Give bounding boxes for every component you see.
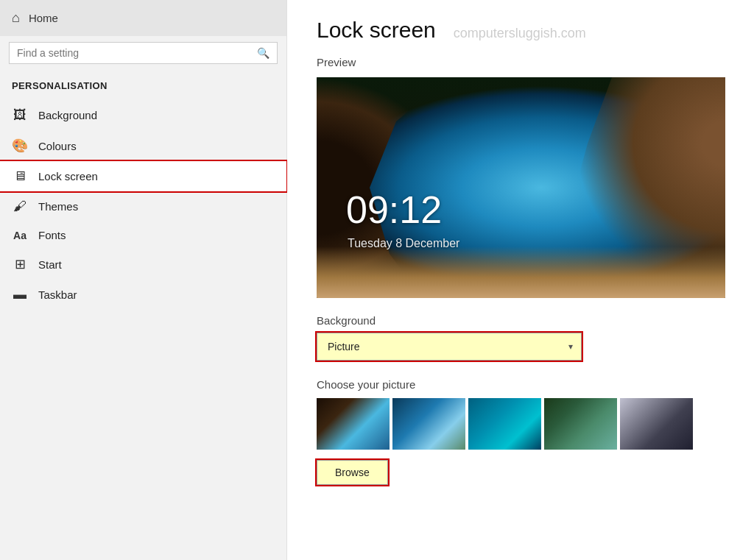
sidebar-item-label: Themes (38, 200, 78, 213)
pictures-row (317, 398, 725, 450)
sidebar-item-label: Start (38, 258, 62, 271)
sidebar-item-colours[interactable]: 🎨 Colours (0, 130, 286, 161)
sidebar-item-lock-screen[interactable]: 🖥 Lock screen (0, 161, 286, 191)
choose-picture-label: Choose your picture (317, 378, 725, 391)
fonts-icon: Aa (12, 230, 28, 241)
picture-thumbnail-3[interactable] (468, 398, 541, 450)
background-dropdown[interactable]: Picture Slideshow Windows spotlight (317, 333, 582, 361)
lock-date: Tuesday 8 December (348, 237, 459, 250)
title-row: Lock screen computersluggish.com (317, 18, 725, 43)
sidebar-item-label: Lock screen (38, 170, 98, 182)
lock-screen-icon: 🖥 (12, 169, 28, 184)
themes-icon: 🖌 (12, 199, 28, 214)
search-box: 🔍 (9, 42, 278, 64)
sidebar-item-label: Fonts (38, 229, 66, 241)
sidebar-item-label: Background (38, 109, 97, 121)
background-icon: 🖼 (12, 107, 28, 123)
picture-thumbnail-5[interactable] (620, 398, 693, 450)
cave-sand (317, 247, 725, 298)
background-section-label: Background (317, 314, 725, 327)
sidebar-item-start[interactable]: ⊞ Start (0, 249, 286, 280)
lock-screen-preview: 09:12 Tuesday 8 December (317, 77, 725, 298)
watermark: computersluggish.com (454, 26, 586, 41)
home-nav-item[interactable]: ⌂ Home (0, 0, 286, 36)
background-dropdown-container: Picture Slideshow Windows spotlight ▾ (317, 333, 582, 361)
main-content: Lock screen computersluggish.com Preview… (287, 0, 754, 560)
start-icon: ⊞ (12, 256, 28, 272)
sidebar-item-taskbar[interactable]: ▬ Taskbar (0, 280, 286, 310)
colours-icon: 🎨 (12, 138, 28, 154)
sidebar-item-themes[interactable]: 🖌 Themes (0, 191, 286, 221)
sidebar-item-label: Colours (38, 140, 77, 152)
search-input[interactable] (17, 47, 257, 59)
sidebar-item-label: Taskbar (38, 288, 77, 301)
search-icon: 🔍 (257, 47, 269, 59)
picture-thumbnail-4[interactable] (544, 398, 617, 450)
home-icon: ⌂ (12, 10, 20, 26)
background-dropdown-wrapper: Picture Slideshow Windows spotlight ▾ (317, 333, 582, 361)
sidebar: ⌂ Home 🔍 Personalisation 🖼 Background 🎨 … (0, 0, 287, 560)
lock-time: 09:12 (346, 188, 442, 232)
preview-label: Preview (317, 56, 725, 68)
taskbar-icon: ▬ (12, 287, 28, 302)
page-title: Lock screen (317, 18, 436, 43)
home-label: Home (29, 12, 58, 24)
personalisation-heading: Personalisation (0, 74, 286, 100)
sidebar-item-fonts[interactable]: Aa Fonts (0, 221, 286, 249)
browse-button[interactable]: Browse (317, 460, 388, 485)
sidebar-item-background[interactable]: 🖼 Background (0, 100, 286, 130)
picture-thumbnail-1[interactable] (317, 398, 390, 450)
picture-thumbnail-2[interactable] (392, 398, 465, 450)
